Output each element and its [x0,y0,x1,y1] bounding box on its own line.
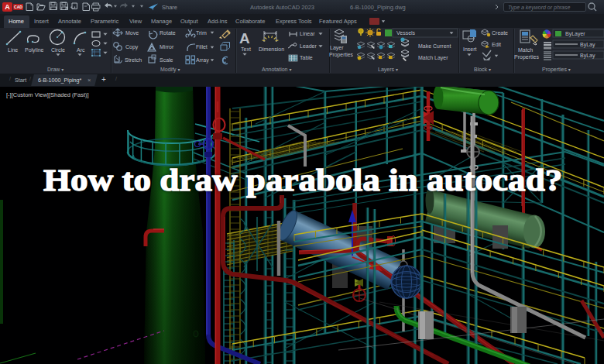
svg-text:A: A [239,30,250,46]
